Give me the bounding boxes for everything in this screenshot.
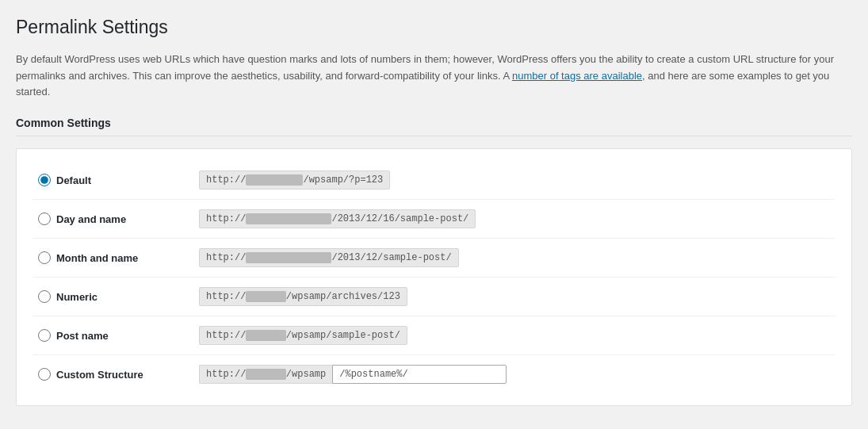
label-post-name[interactable]: Post name [56, 330, 199, 342]
settings-row-custom-structure: Custom Structure http:// /wpsamp [33, 355, 835, 393]
radio-default[interactable] [38, 174, 51, 186]
blurred-month-and-name [246, 252, 331, 263]
value-month-and-name: http:// /2013/12/sample-post/ [199, 248, 835, 267]
url-month-and-name: http:// /2013/12/sample-post/ [199, 248, 459, 267]
radio-post-name[interactable] [38, 329, 51, 342]
radio-numeric[interactable] [38, 290, 51, 303]
settings-row-post-name: Post name http:// /wpsamp/sample-post/ [33, 316, 835, 355]
value-custom-structure: http:// /wpsamp [199, 365, 835, 384]
page-container: Permalink Settings By default WordPress … [0, 0, 868, 422]
radio-col-month-and-name[interactable] [33, 251, 56, 264]
radio-col-post-name[interactable] [33, 329, 56, 342]
radio-col-numeric[interactable] [33, 290, 56, 303]
label-day-and-name[interactable]: Day and name [56, 213, 199, 225]
description: By default WordPress uses web URLs which… [16, 52, 840, 101]
radio-col-custom-structure[interactable] [33, 368, 56, 381]
common-settings-title: Common Settings [16, 117, 852, 136]
settings-row-day-and-name: Day and name http:// /2013/12/16/sample-… [33, 200, 835, 239]
url-day-and-name: http:// /2013/12/16/sample-post/ [199, 209, 476, 228]
settings-row-month-and-name: Month and name http:// /2013/12/sample-p… [33, 239, 835, 278]
blurred-day-and-name [246, 213, 331, 224]
label-default[interactable]: Default [56, 174, 199, 186]
blurred-numeric [246, 291, 285, 302]
radio-col-day-and-name[interactable] [33, 213, 56, 225]
label-month-and-name[interactable]: Month and name [56, 252, 199, 264]
value-numeric: http:// /wpsamp/archives/123 [199, 287, 835, 306]
radio-custom-structure[interactable] [38, 368, 51, 381]
settings-row-default: Default http:// /wpsamp/?p=123 [33, 161, 835, 200]
value-post-name: http:// /wpsamp/sample-post/ [199, 326, 835, 345]
settings-row-numeric: Numeric http:// /wpsamp/archives/123 [33, 278, 835, 316]
blurred-default [246, 174, 303, 186]
value-day-and-name: http:// /2013/12/16/sample-post/ [199, 209, 835, 228]
url-numeric: http:// /wpsamp/archives/123 [199, 287, 407, 306]
url-post-name: http:// /wpsamp/sample-post/ [199, 326, 407, 345]
radio-month-and-name[interactable] [38, 251, 51, 264]
label-numeric[interactable]: Numeric [56, 291, 199, 303]
label-custom-structure[interactable]: Custom Structure [56, 369, 199, 381]
settings-wrap: Default http:// /wpsamp/?p=123 Day and n… [16, 148, 852, 406]
page-title: Permalink Settings [16, 16, 852, 40]
radio-col-default[interactable] [33, 174, 56, 186]
radio-day-and-name[interactable] [38, 213, 51, 225]
url-default: http:// /wpsamp/?p=123 [199, 170, 390, 190]
custom-structure-input[interactable] [332, 365, 507, 384]
tags-available-link[interactable]: number of tags are available [512, 70, 642, 82]
value-default: http:// /wpsamp/?p=123 [199, 170, 835, 190]
blurred-post-name [246, 330, 285, 341]
blurred-custom [246, 369, 285, 380]
url-prefix-custom: http:// /wpsamp [199, 365, 332, 384]
